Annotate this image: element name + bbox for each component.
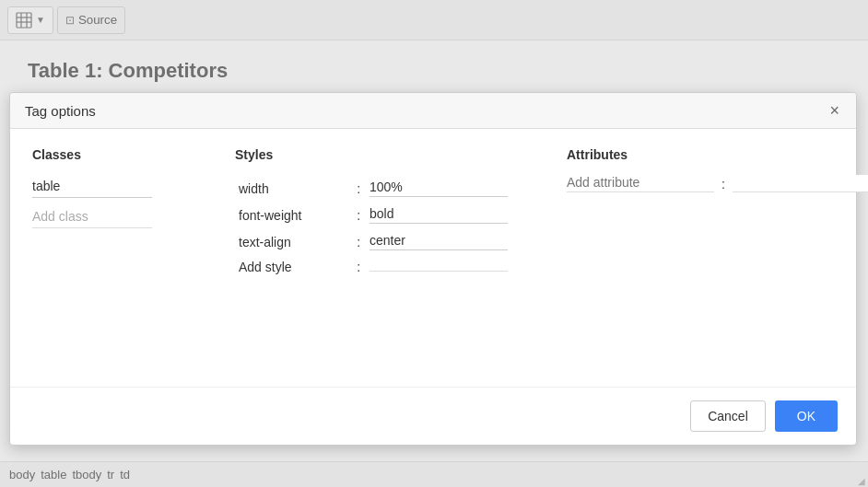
dialog-body: Classes table Add class Styles width : 1… [10, 129, 856, 387]
style-name-width: width [235, 175, 351, 202]
add-style-value-input[interactable] [366, 255, 511, 279]
classes-section: Classes table Add class [32, 147, 180, 368]
cancel-button[interactable]: Cancel [690, 400, 766, 432]
add-style-value-placeholder [369, 269, 508, 272]
style-row-width: width : 100% [235, 175, 511, 202]
styles-section: Styles width : 100% font-weight : bo [235, 147, 511, 368]
style-value-text-text-align[interactable]: center [369, 233, 508, 250]
style-value-text-font-weight[interactable]: bold [369, 206, 508, 224]
style-value-width: 100% [366, 175, 511, 202]
dialog-header: Tag options × [10, 93, 856, 129]
dialog-footer: Cancel OK [10, 387, 856, 445]
dialog-close-button[interactable]: × [827, 102, 841, 119]
attributes-heading: Attributes [567, 147, 868, 162]
style-value-text-align: center [366, 228, 511, 255]
styles-heading: Styles [235, 147, 511, 162]
style-row-font-weight: font-weight : bold [235, 202, 511, 228]
style-value-text-width[interactable]: 100% [369, 180, 508, 197]
styles-table: width : 100% font-weight : bold [235, 175, 511, 279]
style-value-font-weight: bold [366, 202, 511, 228]
classes-heading: Classes [32, 147, 180, 162]
add-attribute-value-input[interactable] [733, 175, 868, 192]
class-value: table [32, 175, 152, 198]
style-colon-font-weight: : [351, 202, 366, 228]
style-colon-width: : [351, 175, 366, 202]
style-row-text-align: text-align : center [235, 228, 511, 255]
style-name-font-weight: font-weight [235, 202, 351, 228]
style-colon-text-align: : [351, 228, 366, 255]
tag-options-dialog: Tag options × Classes table Add class St… [9, 92, 857, 446]
style-row-add: Add style : [235, 255, 511, 279]
attributes-section: Attributes : [567, 147, 868, 368]
style-colon-add: : [351, 255, 366, 279]
add-class-input[interactable]: Add class [32, 205, 152, 228]
style-name-text-align: text-align [235, 228, 351, 255]
add-attribute-key-input[interactable] [567, 175, 714, 192]
add-style-name-input[interactable]: Add style [235, 255, 351, 279]
ok-button[interactable]: OK [775, 400, 838, 432]
add-attribute-row: : [567, 175, 868, 192]
attr-colon: : [721, 177, 725, 191]
dialog-title: Tag options [25, 103, 96, 119]
